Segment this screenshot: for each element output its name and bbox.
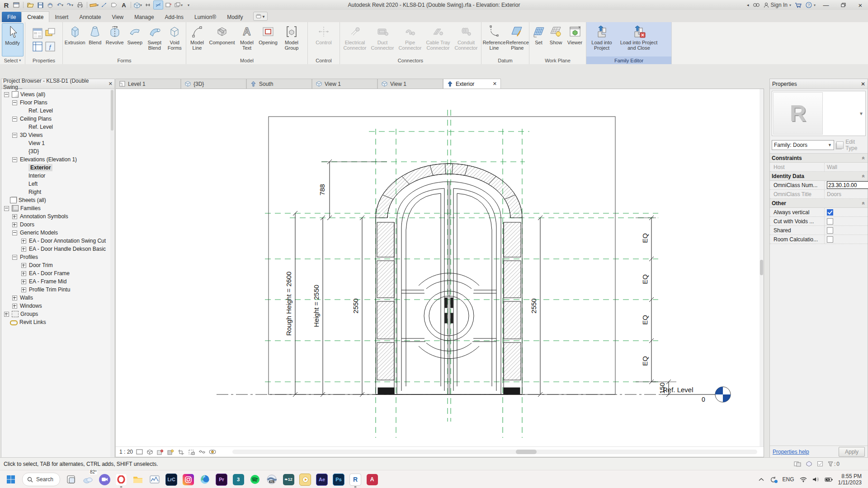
load-into-project-close-button[interactable]: Load into Project and Close bbox=[616, 23, 661, 56]
onedrive-sync-icon[interactable] bbox=[769, 476, 777, 483]
modify-button[interactable]: Modify bbox=[2, 23, 24, 56]
wifi-icon[interactable] bbox=[800, 477, 807, 482]
collapse-icon[interactable] bbox=[12, 230, 17, 235]
door-geometry[interactable] bbox=[376, 164, 522, 394]
properties-header[interactable]: Properties ✕ bbox=[770, 79, 868, 89]
view-tab-view-1b[interactable]: View 1 bbox=[377, 79, 443, 89]
group-label-datum[interactable]: Datum bbox=[481, 56, 529, 64]
lumion-icon[interactable]: ❧12 bbox=[283, 474, 294, 485]
collapse-icon[interactable] bbox=[4, 206, 9, 211]
redo-icon[interactable]: ↷▾ bbox=[66, 1, 75, 9]
expand-icon[interactable] bbox=[4, 312, 9, 317]
collapse-icon[interactable] bbox=[12, 255, 17, 260]
minimize-button[interactable]: — bbox=[819, 0, 833, 10]
expand-icon[interactable] bbox=[21, 279, 26, 284]
tree-item-walls[interactable]: Walls bbox=[2, 294, 114, 302]
tree-item-exterior[interactable]: Exterior bbox=[2, 164, 114, 172]
edge-icon[interactable] bbox=[199, 474, 211, 485]
expand-icon[interactable] bbox=[21, 247, 26, 252]
tab-annotate[interactable]: Annotate bbox=[74, 12, 106, 22]
sync-with-central-icon[interactable] bbox=[46, 1, 55, 9]
load-into-project-button[interactable]: Load into Project bbox=[588, 23, 616, 56]
undo-icon[interactable]: ↶▾ bbox=[56, 1, 65, 9]
family-parameters-icon[interactable]: ƒ bbox=[45, 41, 56, 52]
tree-item-elevations[interactable]: Elevations (Elevation 1) bbox=[2, 155, 114, 164]
volume-icon[interactable] bbox=[812, 477, 819, 482]
tab-modify[interactable]: Modify bbox=[222, 12, 248, 22]
viewer-button[interactable]: Viewer bbox=[565, 23, 585, 56]
view-tab-view-1[interactable]: View 1 bbox=[312, 79, 377, 89]
detail-level-icon[interactable] bbox=[146, 449, 154, 455]
crop-view-icon[interactable] bbox=[177, 449, 185, 455]
sweep-button[interactable]: Sweep bbox=[125, 23, 144, 56]
tree-item-view-1[interactable]: View 1 bbox=[2, 139, 114, 147]
measure-icon[interactable]: ▾ bbox=[90, 1, 99, 9]
sun-path-icon[interactable] bbox=[156, 449, 164, 455]
opera-icon[interactable] bbox=[115, 474, 127, 485]
collapse-section-icon[interactable]: » bbox=[860, 174, 867, 178]
tree-item-profile-trim-pintu[interactable]: Profile Trim Pintu bbox=[2, 286, 114, 294]
tree-item-3d-views[interactable]: 3D Views bbox=[2, 131, 114, 139]
group-label-model[interactable]: Model bbox=[186, 56, 307, 64]
collapse-icon[interactable] bbox=[12, 100, 17, 105]
collapse-icon[interactable] bbox=[4, 92, 9, 97]
omniclass-number-input[interactable] bbox=[827, 181, 868, 189]
start-button[interactable] bbox=[5, 474, 17, 485]
tree-item-groups[interactable]: Groups bbox=[2, 310, 114, 318]
tree-item-generic-models[interactable]: Generic Models bbox=[2, 229, 114, 237]
premiere-icon[interactable]: Pr bbox=[216, 474, 227, 485]
tree-item-frame-mid[interactable]: EA - Frame Mid bbox=[2, 277, 114, 286]
chevron-down-icon[interactable]: ▼ bbox=[859, 111, 863, 116]
expand-icon[interactable] bbox=[12, 222, 17, 227]
group-label-forms[interactable]: Forms bbox=[63, 56, 186, 64]
expand-icon[interactable] bbox=[12, 296, 17, 300]
family-types-icon[interactable] bbox=[32, 41, 43, 52]
elevation-drawing[interactable]: 788 Rough Height = 2600 Height = 2550 25… bbox=[116, 89, 764, 447]
view-scale[interactable]: 1 : 20 bbox=[119, 449, 133, 455]
visual-style-icon[interactable] bbox=[136, 449, 143, 455]
filter-icon[interactable]: :0 bbox=[828, 461, 840, 467]
reference-line-button[interactable]: Reference Line bbox=[483, 23, 505, 56]
sign-in-button[interactable]: Sign In▾ bbox=[764, 2, 791, 8]
google-earth-icon[interactable]: Pro bbox=[266, 474, 278, 485]
autocad-icon[interactable]: A bbox=[366, 474, 378, 485]
temporary-hide-isolate-icon[interactable] bbox=[198, 449, 206, 455]
properties-palette-icon[interactable] bbox=[32, 28, 43, 39]
group-label-connectors[interactable]: Connectors bbox=[340, 56, 481, 64]
tag-icon[interactable] bbox=[109, 1, 118, 9]
photoshop-icon[interactable]: Ps bbox=[333, 474, 344, 485]
tree-item-door-frame[interactable]: EA - Door Frame bbox=[2, 269, 114, 277]
infocenter-collapse-icon[interactable]: ◂ bbox=[747, 3, 749, 7]
drawing-area[interactable]: 788 Rough Height = 2600 Height = 2550 25… bbox=[115, 89, 764, 457]
tree-item-families[interactable]: Families bbox=[2, 204, 114, 212]
tab-create[interactable]: Create bbox=[21, 11, 49, 22]
tray-chevron-up-icon[interactable] bbox=[759, 478, 764, 481]
group-label-family-editor[interactable]: Family Editor bbox=[586, 56, 671, 64]
ribbon-display-toggle[interactable]: ▾ bbox=[253, 12, 268, 21]
clock[interactable]: 8:55 PM1/11/2023 bbox=[838, 473, 862, 486]
tab-add-ins[interactable]: Add-Ins bbox=[160, 12, 189, 22]
view-tab-level-1[interactable]: Level 1 bbox=[115, 79, 181, 89]
type-selector-dropdown[interactable]: Family: Doors ▼ bbox=[772, 140, 834, 150]
tree-item-ceiling-plans[interactable]: Ceiling Plans bbox=[2, 115, 114, 123]
tree-item-3d[interactable]: {3D} bbox=[2, 147, 114, 155]
weather-widget[interactable]: 82° bbox=[82, 474, 94, 485]
properties-window-icon[interactable] bbox=[12, 1, 21, 9]
instagram-icon[interactable] bbox=[182, 474, 194, 485]
file-explorer-icon[interactable] bbox=[132, 474, 144, 485]
worksharing-icon[interactable] bbox=[794, 461, 801, 467]
swept-blend-button[interactable]: Swept Blend bbox=[145, 23, 165, 56]
revit-logo-icon[interactable]: R bbox=[2, 1, 11, 9]
tree-item-annotation-symbols[interactable]: Annotation Symbols bbox=[2, 212, 114, 221]
view-tab-exterior[interactable]: Exterior✕ bbox=[443, 79, 501, 89]
potplayer-icon[interactable] bbox=[299, 474, 311, 485]
collapse-icon[interactable] bbox=[12, 117, 17, 122]
taskbar-search[interactable]: Search bbox=[22, 473, 60, 486]
task-manager-icon[interactable] bbox=[149, 474, 160, 485]
after-effects-icon[interactable]: Ae bbox=[316, 474, 328, 485]
task-view-button[interactable] bbox=[65, 474, 77, 485]
section-identity-data[interactable]: Identity Data» bbox=[770, 172, 868, 181]
tree-item-ref-level[interactable]: Ref. Level bbox=[2, 123, 114, 131]
restore-button[interactable] bbox=[836, 0, 850, 10]
component-button[interactable]: Component bbox=[207, 23, 237, 56]
